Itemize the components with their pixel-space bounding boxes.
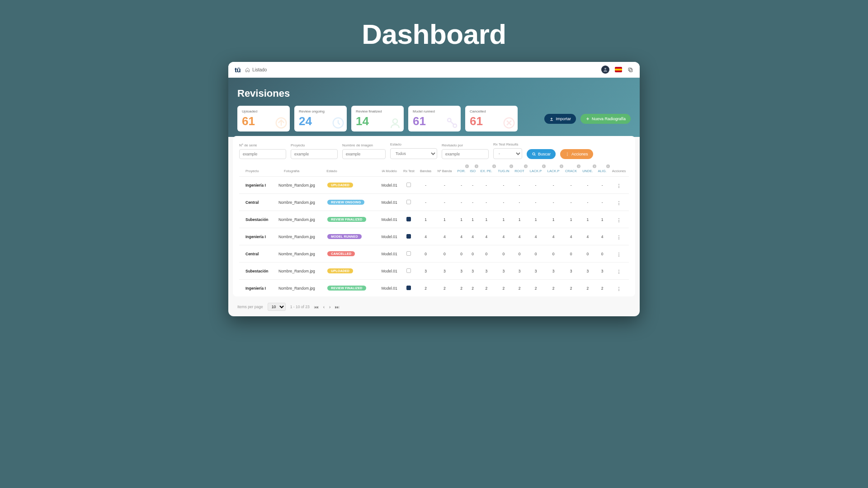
flag-es-icon[interactable] xyxy=(615,67,622,72)
col-defect[interactable]: POR.i xyxy=(455,165,468,177)
filter-estado-label: Estado xyxy=(390,142,437,146)
cell-value: 0 xyxy=(434,245,455,263)
col-fotografia[interactable]: Fotografía xyxy=(278,165,326,177)
rx-checkbox[interactable] xyxy=(406,234,411,239)
cell-fotografia[interactable]: Nombre_Random.jpg xyxy=(278,228,326,245)
rx-checkbox[interactable] xyxy=(406,268,411,273)
cell-value: 2 xyxy=(434,280,455,297)
rx-checkbox[interactable] xyxy=(406,286,411,290)
svg-rect-1 xyxy=(629,69,632,72)
col-defect[interactable]: CRACKi xyxy=(562,165,580,177)
kebab-icon[interactable] xyxy=(618,200,620,206)
filter-revisado: Revisado por xyxy=(442,143,489,159)
rx-checkbox[interactable] xyxy=(406,200,411,204)
filter-estado-select[interactable]: Todos xyxy=(390,148,437,159)
breadcrumb[interactable]: Listado xyxy=(245,67,267,72)
filter-imagen-input[interactable] xyxy=(342,149,386,159)
cell-fotografia[interactable]: Nombre_Random.jpg xyxy=(278,177,326,194)
cell-rx xyxy=(401,177,417,194)
cell-value: - xyxy=(512,194,527,211)
cell-fotografia[interactable]: Nombre_Random.jpg xyxy=(278,280,326,297)
col-nbanda[interactable]: Nº Banda xyxy=(434,165,455,177)
col-defect[interactable]: LACK.Pi xyxy=(527,165,544,177)
filter-revisado-input[interactable] xyxy=(442,149,489,159)
cell-fotografia[interactable]: Nombre_Random.jpg xyxy=(278,263,326,280)
cell-value: 3 xyxy=(595,263,609,280)
cell-modelo: Model.01 xyxy=(378,194,401,211)
cell-estado: CANCELLED xyxy=(326,245,378,263)
kebab-icon[interactable] xyxy=(618,235,620,240)
avatar[interactable] xyxy=(601,66,609,74)
col-defect[interactable]: ALIG.i xyxy=(595,165,609,177)
cell-value: - xyxy=(545,177,562,194)
kebab-icon[interactable] xyxy=(618,269,620,275)
pager-prev-icon[interactable]: ‹ xyxy=(323,305,325,310)
col-bandas[interactable]: Bandas xyxy=(417,165,434,177)
stat-icon xyxy=(331,116,345,130)
col-defect[interactable]: ROOTi xyxy=(512,165,527,177)
kebab-icon[interactable] xyxy=(618,252,620,258)
kebab-icon[interactable] xyxy=(618,217,620,223)
cell-value: - xyxy=(477,194,495,211)
cell-actions xyxy=(609,177,629,194)
cell-value: - xyxy=(455,177,468,194)
filter-proyecto-label: Proyecto xyxy=(291,143,338,147)
col-defect[interactable]: UNDE.i xyxy=(580,165,595,177)
kebab-icon[interactable] xyxy=(618,286,620,292)
cell-value: 3 xyxy=(562,263,580,280)
cell-value: - xyxy=(527,194,544,211)
cell-value: 0 xyxy=(417,245,434,263)
pager: Items per page 10 1 - 10 of 23 ⏮ ‹ › ⏭ xyxy=(228,297,640,316)
kebab-icon[interactable] xyxy=(618,183,620,189)
import-label: Importar xyxy=(556,117,571,121)
actions-label: Acciones xyxy=(571,152,588,156)
cell-fotografia[interactable]: Nombre_Random.jpg xyxy=(278,245,326,263)
pager-nav: ⏮ ‹ › ⏭ xyxy=(314,305,340,310)
col-defect[interactable]: ISOi xyxy=(468,165,478,177)
topbar-left: tū Listado xyxy=(235,66,267,74)
cell-value: 0 xyxy=(527,245,544,263)
pager-last-icon[interactable]: ⏭ xyxy=(335,305,340,310)
page-headline: Dashboard xyxy=(0,0,868,62)
cell-value: 4 xyxy=(477,228,495,245)
cell-value: 3 xyxy=(545,263,562,280)
col-proyecto[interactable]: Proyecto xyxy=(239,165,278,177)
table-row: Central Nombre_Random.jpg REVIEW ONGOING… xyxy=(239,194,629,211)
col-defect[interactable]: TUG.INi xyxy=(495,165,512,177)
col-defect[interactable]: LACK.Pi xyxy=(545,165,562,177)
cell-value: - xyxy=(562,194,580,211)
rx-checkbox[interactable] xyxy=(406,183,411,187)
pager-perpage-select[interactable]: 10 xyxy=(268,303,286,311)
cell-value: 1 xyxy=(562,211,580,228)
status-badge: UPLOADED xyxy=(327,268,353,273)
pager-next-icon[interactable]: › xyxy=(329,305,330,310)
import-button[interactable]: Importar xyxy=(544,114,576,124)
filter-rx-select[interactable]: - xyxy=(493,148,522,159)
new-radiography-button[interactable]: Nueva Radiografía xyxy=(580,114,631,124)
col-acciones: Acciones xyxy=(609,165,629,177)
cell-fotografia[interactable]: Nombre_Random.jpg xyxy=(278,194,326,211)
cell-rx xyxy=(401,211,417,228)
rx-checkbox[interactable] xyxy=(406,217,411,221)
filter-proyecto-input[interactable] xyxy=(291,149,338,159)
cell-estado: UPLOADED xyxy=(326,263,378,280)
cell-value: 3 xyxy=(527,263,544,280)
col-estado[interactable]: Estado xyxy=(326,165,378,177)
col-iamodelo[interactable]: IA Modelo xyxy=(378,165,401,177)
stat-icon xyxy=(502,116,516,130)
cell-value: 1 xyxy=(545,211,562,228)
search-button[interactable]: Buscar xyxy=(527,149,556,159)
cell-fotografia[interactable]: Nombre_Random.jpg xyxy=(278,211,326,228)
col-defect[interactable]: EX. PE.i xyxy=(477,165,495,177)
cell-value: 2 xyxy=(545,280,562,297)
actions-button[interactable]: Acciones xyxy=(560,149,593,159)
rx-checkbox[interactable] xyxy=(406,251,411,256)
search-label: Buscar xyxy=(538,152,551,156)
cell-rx xyxy=(401,228,417,245)
filter-serie-input[interactable] xyxy=(239,149,286,159)
pager-first-icon[interactable]: ⏮ xyxy=(314,305,319,310)
cell-value: 0 xyxy=(512,245,527,263)
copy-icon[interactable] xyxy=(627,67,633,73)
col-rxtest[interactable]: Rx Test xyxy=(401,165,417,177)
cell-value: 1 xyxy=(468,211,478,228)
